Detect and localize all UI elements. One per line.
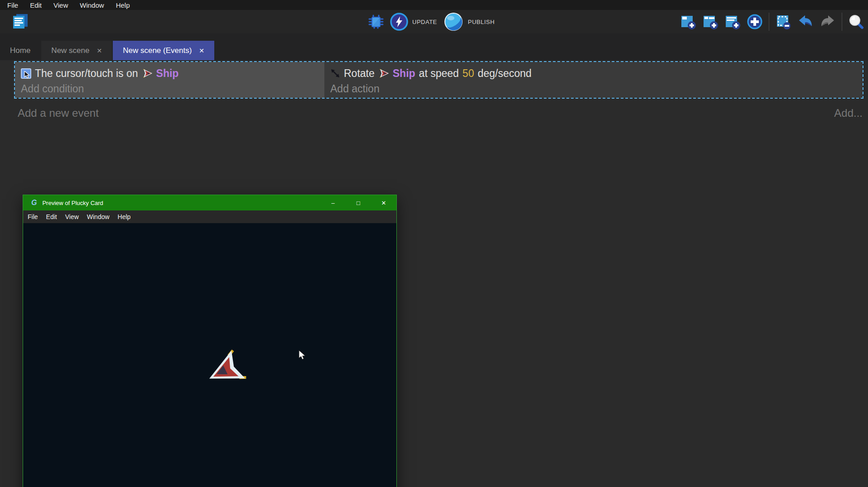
add-condition-button[interactable]: Add condition — [21, 83, 84, 95]
publish-button[interactable]: PUBLISH — [443, 11, 495, 32]
toolbar-center-group: UPDATE PUBLISH — [368, 10, 495, 33]
preview-menubar: File Edit View Window Help — [23, 210, 396, 223]
add-new-event-button[interactable]: Add a new event — [18, 107, 99, 119]
editor-tabbar: Home New scene ✕ New scene (Events) ✕ — [0, 33, 868, 60]
preview-menu-edit[interactable]: Edit — [46, 213, 57, 220]
tab-home[interactable]: Home — [0, 41, 40, 60]
preview-window[interactable]: G Preview of Plucky Card – □ ✕ File Edit… — [23, 195, 397, 487]
add-more-button[interactable]: Add... — [834, 107, 863, 119]
update-button[interactable]: UPDATE — [390, 13, 437, 31]
update-lightning-icon — [390, 13, 408, 31]
menu-window[interactable]: Window — [80, 1, 104, 9]
publish-label: PUBLISH — [468, 19, 495, 25]
action-text-before: Rotate — [344, 67, 375, 80]
action-object: Ship — [393, 67, 415, 80]
menu-file[interactable]: File — [7, 1, 18, 9]
tab-new-scene[interactable]: New scene ✕ — [41, 41, 112, 60]
tab-new-scene-events-label: New scene (Events) — [123, 46, 192, 55]
minimize-button[interactable]: – — [320, 195, 346, 210]
debug-icon[interactable] — [368, 14, 384, 30]
app-menubar: File Edit View Window Help — [0, 0, 868, 10]
tab-close-icon[interactable]: ✕ — [96, 47, 102, 54]
undo-icon[interactable] — [797, 14, 814, 30]
preview-menu-window[interactable]: Window — [87, 213, 110, 220]
tab-new-scene-label: New scene — [51, 46, 89, 55]
ship-object-icon — [142, 68, 153, 79]
update-label: UPDATE — [412, 19, 437, 25]
toolbar-separator — [842, 13, 842, 31]
preview-menu-view[interactable]: View — [65, 213, 79, 220]
add-circle-icon[interactable] — [747, 14, 763, 30]
cursor-on-object-icon — [21, 68, 31, 79]
game-canvas[interactable] — [23, 223, 396, 487]
preview-menu-file[interactable]: File — [28, 213, 38, 220]
ship-sprite — [199, 343, 254, 397]
project-manager-icon[interactable] — [12, 14, 29, 30]
tab-close-icon[interactable]: ✕ — [199, 47, 204, 54]
redo-icon[interactable] — [820, 14, 836, 30]
toolbar-right-group — [680, 10, 864, 33]
action-cell[interactable]: Rotate Ship at speed 50 deg/second Add a… — [324, 62, 863, 98]
gdevelop-logo-icon: G — [31, 199, 37, 207]
add-action-button[interactable]: Add action — [330, 83, 380, 95]
condition-text: The cursor/touch is on — [35, 67, 138, 80]
menu-edit[interactable]: Edit — [30, 1, 42, 9]
events-sheet: The cursor/touch is on Ship Add conditio… — [0, 60, 868, 487]
condition-object: Ship — [156, 67, 179, 80]
add-comment-icon[interactable] — [724, 14, 741, 30]
remove-selection-icon[interactable] — [775, 14, 791, 30]
events-footer: Add a new event Add... — [18, 105, 863, 121]
action-text-middle: at speed — [419, 67, 459, 80]
search-icon[interactable] — [848, 14, 864, 30]
tab-home-label: Home — [10, 46, 30, 55]
action-value: 50 — [463, 67, 474, 80]
rotate-icon — [330, 68, 340, 78]
add-event-icon[interactable] — [680, 14, 696, 30]
menu-help[interactable]: Help — [116, 1, 130, 9]
close-button[interactable]: ✕ — [371, 195, 396, 210]
action-text-after: deg/second — [477, 67, 531, 80]
menu-view[interactable]: View — [53, 1, 68, 9]
main-toolbar: UPDATE PUBLISH — [0, 10, 868, 33]
preview-window-controls: – □ ✕ — [320, 195, 396, 210]
maximize-button[interactable]: □ — [346, 195, 371, 210]
add-subevent-icon[interactable] — [702, 14, 719, 30]
tab-new-scene-events[interactable]: New scene (Events) ✕ — [113, 41, 214, 60]
preview-window-title: Preview of Plucky Card — [42, 200, 103, 206]
preview-menu-help[interactable]: Help — [118, 213, 131, 220]
condition-cell[interactable]: The cursor/touch is on Ship Add conditio… — [15, 62, 324, 98]
preview-titlebar[interactable]: G Preview of Plucky Card – □ ✕ — [23, 195, 396, 210]
toolbar-separator — [769, 13, 769, 31]
event-row[interactable]: The cursor/touch is on Ship Add conditio… — [15, 62, 863, 98]
publish-globe-icon — [443, 11, 464, 32]
mouse-cursor-icon — [298, 350, 307, 361]
ship-object-icon — [378, 68, 389, 79]
